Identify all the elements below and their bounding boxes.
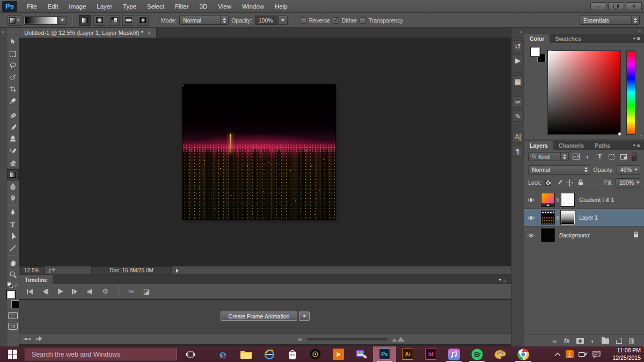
timeline-export-icon[interactable] [31, 336, 46, 342]
eraser-tool[interactable] [7, 157, 19, 169]
foreground-color-swatch[interactable] [6, 290, 16, 299]
layers-opacity-dropdown[interactable]: 49% [617, 165, 640, 175]
gradient-tool[interactable] [7, 169, 19, 180]
lock-pixels-icon[interactable] [555, 179, 563, 186]
tab-channels[interactable]: Channels [553, 141, 589, 150]
layer-row-layer1[interactable]: ∞ Layer 1 [524, 209, 644, 227]
layer-row-gradient-fill[interactable]: ∞ Gradient Fill 1 [524, 191, 644, 209]
quick-mask-button[interactable] [8, 312, 18, 319]
menu-filter[interactable]: Filter [170, 0, 194, 13]
document-image[interactable] [182, 85, 335, 219]
zoom-in-mountain-icon[interactable] [392, 337, 405, 342]
menu-layer[interactable]: Layer [91, 0, 118, 13]
document-tab[interactable]: Untitled-1 @ 12.5% (Layer 1, Layer Mask/… [19, 28, 157, 38]
taskbar-clock[interactable]: 11:08 PM 12/25/2015 [605, 347, 641, 361]
convert-frames-icon[interactable] [24, 338, 31, 340]
taskbar-paint-app-icon[interactable] [488, 346, 511, 362]
zoom-tool[interactable] [7, 269, 19, 280]
actions-panel-icon[interactable]: ▶ [512, 54, 524, 66]
blur-tool[interactable] [7, 180, 19, 192]
path-selection-tool[interactable] [7, 230, 19, 242]
zoom-out-mountain-icon[interactable] [297, 338, 303, 341]
minimize-button[interactable]: – [590, 2, 606, 10]
first-frame-button[interactable] [24, 286, 36, 298]
tray-action-center-icon[interactable] [592, 351, 601, 358]
blend-mode-dropdown[interactable]: Normal [179, 16, 229, 25]
layer-name[interactable]: Gradient Fill 1 [579, 197, 614, 203]
document-close-icon[interactable]: × [148, 30, 151, 36]
link-layers-icon[interactable]: ∞ [553, 338, 557, 344]
taskbar-movie-maker-icon[interactable] [350, 346, 373, 362]
mute-audio-button[interactable] [84, 286, 97, 298]
split-clip-icon[interactable]: ✂ [125, 286, 138, 298]
tab-layers[interactable]: Layers [524, 141, 553, 150]
search-input[interactable] [32, 351, 166, 358]
tray-java-icon[interactable] [566, 350, 574, 358]
menu-3d[interactable]: 3D [194, 0, 213, 13]
quick-selection-tool[interactable] [7, 71, 19, 83]
previous-frame-button[interactable] [39, 286, 52, 298]
styles-panel-icon[interactable]: ▦ [512, 75, 524, 87]
hue-strip[interactable] [626, 50, 635, 135]
radial-gradient-button[interactable] [93, 15, 105, 26]
taskbar-chrome-icon[interactable] [511, 346, 535, 362]
spot-healing-brush-tool[interactable] [7, 110, 19, 121]
transition-icon[interactable]: ◪ [140, 286, 153, 298]
tray-chevron-icon[interactable] [554, 352, 561, 357]
canvas-area[interactable] [19, 38, 511, 266]
screen-mode-button[interactable] [8, 323, 18, 330]
layer1-thumbnail[interactable] [541, 211, 555, 225]
clone-stamp-tool[interactable] [7, 133, 19, 145]
start-button[interactable] [0, 346, 25, 362]
taskbar-media-disc-icon[interactable] [304, 346, 327, 362]
opacity-dropdown-button[interactable] [278, 16, 288, 25]
color-panel-menu-icon[interactable]: ≡ [633, 35, 640, 41]
taskbar-illustrator-icon[interactable]: Ai [396, 346, 419, 362]
filter-smart-objects-icon[interactable] [619, 153, 628, 161]
share-icon[interactable] [45, 267, 59, 273]
workspace-dropdown[interactable]: Essentials [580, 16, 640, 25]
gradient-fill-thumbnail[interactable] [541, 193, 555, 207]
collapse-panels-icon[interactable]: » [639, 28, 641, 33]
layer-name[interactable]: Background [559, 232, 589, 238]
create-frame-animation-button[interactable]: Create Frame Animation [221, 312, 298, 321]
expand-panels-icon[interactable]: « [520, 30, 522, 34]
linear-gradient-button[interactable] [79, 15, 91, 26]
layer-mask-thumbnail[interactable] [561, 193, 575, 207]
layer-filter-dropdown[interactable]: Kind [528, 152, 569, 161]
timeline-settings-icon[interactable]: ⚙ [99, 286, 112, 298]
taskbar-itunes-icon[interactable] [442, 346, 465, 362]
background-thumbnail[interactable] [541, 228, 555, 242]
menu-help[interactable]: Help [269, 0, 293, 13]
layer-style-icon[interactable]: fx [564, 337, 570, 345]
add-mask-icon[interactable] [576, 338, 584, 344]
menu-image[interactable]: Image [63, 0, 91, 13]
lock-transparency-icon[interactable] [544, 179, 552, 186]
hand-tool[interactable] [7, 257, 19, 269]
taskbar-spotify-icon[interactable] [465, 346, 488, 362]
filter-shape-layers-icon[interactable] [607, 153, 616, 161]
brush-tool[interactable] [7, 121, 19, 133]
adjustment-layer-icon[interactable]: ◐ [591, 338, 595, 344]
play-button[interactable] [54, 286, 67, 298]
menu-select[interactable]: Select [142, 0, 170, 13]
delete-layer-icon[interactable] [629, 337, 634, 345]
filter-pixel-layers-icon[interactable] [572, 153, 581, 161]
filter-adjustment-layers-icon[interactable]: ◐ [583, 153, 592, 161]
gradient-mask-thumbnail[interactable] [561, 211, 575, 225]
restore-button[interactable] [608, 2, 624, 10]
crop-tool[interactable] [7, 83, 19, 95]
tools-collapse-strip[interactable]: » [0, 28, 6, 346]
color-fg-bg-swatches[interactable] [530, 47, 548, 65]
doc-size-info[interactable]: Doc: 16.8M/25.0M [91, 266, 172, 275]
panel-resize-grip[interactable] [638, 133, 643, 138]
reverse-checkbox[interactable] [300, 17, 306, 24]
task-view-icon[interactable] [181, 346, 200, 362]
filter-type-layers-icon[interactable]: T [595, 153, 604, 161]
lock-all-icon[interactable] [576, 179, 584, 186]
menu-type[interactable]: Type [118, 0, 142, 13]
eyedropper-tool[interactable] [7, 95, 19, 107]
move-tool[interactable] [7, 36, 19, 48]
layers-panel-menu-icon[interactable]: ≡ [633, 142, 640, 148]
gradient-tool-preset-picker[interactable] [8, 15, 21, 26]
